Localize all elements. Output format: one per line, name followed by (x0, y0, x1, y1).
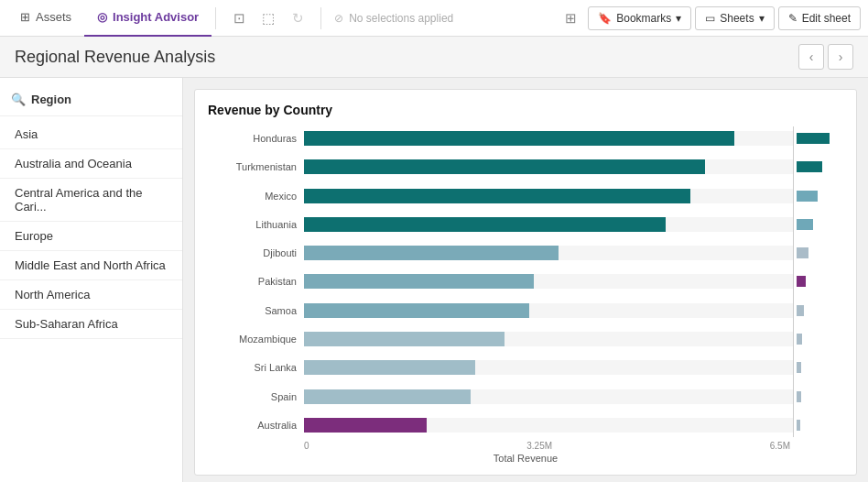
chart-axis-area: 03.25M6.5MTotal Revenue (208, 437, 843, 464)
bar-track (304, 159, 793, 174)
lasso-select-btn[interactable]: ⊡ (225, 5, 253, 32)
bar-track (304, 246, 793, 260)
small-bar (797, 133, 830, 144)
sep2 (320, 7, 321, 29)
bar-label: Samoa (208, 305, 304, 316)
small-bar-row (797, 413, 843, 437)
small-bar (797, 219, 813, 230)
search-icon: 🔍 (11, 93, 26, 106)
small-bars-col (793, 126, 843, 437)
rectangle-select-btn[interactable]: ⬚ (255, 5, 282, 32)
small-bar-row (797, 385, 843, 409)
bar-track (304, 389, 793, 404)
bar-label: Spain (208, 391, 304, 402)
bar-row: Mozambique (208, 327, 793, 351)
top-bar: ⊞ Assets ◎ Insight Advisor ⊡ ⬚ ↻ ⊘ No se… (0, 0, 868, 37)
bar-fill (304, 389, 471, 404)
sheets-btn[interactable]: ▭ Sheets ▾ (695, 6, 774, 30)
small-bar-row (797, 356, 843, 379)
bar-row: Samoa (208, 299, 793, 323)
bar-fill (304, 418, 427, 433)
bar-label: Australia (208, 420, 304, 431)
rotate-btn[interactable]: ↻ (284, 5, 311, 32)
bar-fill (304, 159, 705, 174)
insight-icon: ◎ (97, 10, 107, 24)
page-title: Regional Revenue Analysis (15, 48, 798, 67)
bar-row: Australia (208, 413, 793, 437)
small-bar (797, 334, 802, 345)
bar-row: Honduras (208, 126, 793, 150)
bar-row: Turkmenistan (208, 155, 793, 179)
small-bar (797, 161, 822, 172)
no-selections-label: No selections applied (349, 12, 453, 25)
x-axis-title: Total Revenue (208, 451, 843, 464)
bar-track (304, 274, 793, 289)
nav-prev-btn[interactable]: ‹ (798, 44, 824, 70)
bars-section: HondurasTurkmenistanMexicoLithuaniaDjibo… (208, 126, 793, 437)
bookmarks-label: Bookmarks (616, 12, 671, 25)
toolbar-icons: ⊡ ⬚ ↻ (225, 5, 311, 32)
small-bar (797, 362, 801, 373)
small-bar-row (797, 213, 843, 236)
bar-fill (304, 274, 534, 289)
bar-track (304, 217, 793, 232)
bar-label: Djibouti (208, 247, 304, 258)
small-bar-row (797, 184, 843, 208)
no-sel-icon: ⊘ (334, 12, 343, 25)
small-bar-row (797, 126, 843, 150)
x-axis-tick: 0 (304, 441, 309, 451)
bookmark-icon: 🔖 (598, 12, 612, 25)
x-axis-tick: 6.5M (770, 441, 790, 451)
sidebar-item-australia[interactable]: Australia and Oceania (0, 149, 182, 179)
edit-icon: ✎ (788, 12, 797, 25)
tab-separator (215, 7, 216, 29)
chart-area: Revenue by Country HondurasTurkmenistanM… (183, 78, 868, 482)
sidebar-item-middle-east[interactable]: Middle East and North Africa (0, 251, 182, 280)
bar-row: Mexico (208, 184, 793, 208)
bar-fill (304, 303, 529, 318)
bar-row: Djibouti (208, 241, 793, 265)
small-bar (797, 191, 818, 202)
sheets-icon: ▭ (705, 12, 715, 25)
sidebar: 🔍 Region Asia Australia and Oceania Cent… (0, 78, 183, 482)
grid-view-btn[interactable]: ⊞ (557, 5, 584, 32)
edit-label: Edit sheet (802, 12, 851, 25)
bar-fill (304, 332, 505, 346)
small-bar (797, 305, 804, 316)
nav-next-btn[interactable]: › (828, 44, 853, 70)
tab-assets[interactable]: ⊞ Assets (7, 0, 84, 37)
chart-title: Revenue by Country (208, 103, 843, 117)
small-bar (797, 247, 808, 258)
bar-label: Mexico (208, 191, 304, 202)
bar-row: Lithuania (208, 213, 793, 236)
sidebar-item-central-america[interactable]: Central America and the Cari... (0, 179, 182, 222)
bar-label: Turkmenistan (208, 161, 304, 172)
sidebar-item-europe[interactable]: Europe (0, 222, 182, 251)
sheets-label: Sheets (720, 12, 754, 25)
bar-track (304, 189, 793, 203)
small-bar (797, 391, 801, 402)
bar-track (304, 332, 793, 346)
bookmarks-chevron: ▾ (676, 12, 681, 25)
sidebar-item-north-america[interactable]: North America (0, 280, 182, 310)
small-bar (797, 420, 800, 431)
sidebar-search-label: Region (31, 93, 71, 106)
no-selections-area: ⊘ No selections applied (325, 12, 462, 25)
bar-track (304, 131, 793, 146)
x-axis: 03.25M6.5M (208, 437, 790, 451)
bar-label: Mozambique (208, 334, 304, 345)
small-bar-row (797, 269, 843, 293)
edit-sheet-btn[interactable]: ✎ Edit sheet (778, 6, 861, 30)
small-bar-row (797, 241, 843, 265)
tab-insight-advisor[interactable]: ◎ Insight Advisor (84, 0, 212, 37)
small-bar-row (797, 327, 843, 351)
bar-track (304, 418, 793, 433)
sidebar-item-asia[interactable]: Asia (0, 120, 182, 149)
bar-label: Lithuania (208, 219, 304, 230)
bar-fill (304, 246, 559, 260)
bar-label: Honduras (208, 133, 304, 144)
sidebar-item-sub-saharan[interactable]: Sub-Saharan Africa (0, 310, 182, 339)
bookmarks-btn[interactable]: 🔖 Bookmarks ▾ (588, 6, 691, 30)
bar-track (304, 303, 793, 318)
x-axis-tick: 3.25M (526, 441, 552, 451)
